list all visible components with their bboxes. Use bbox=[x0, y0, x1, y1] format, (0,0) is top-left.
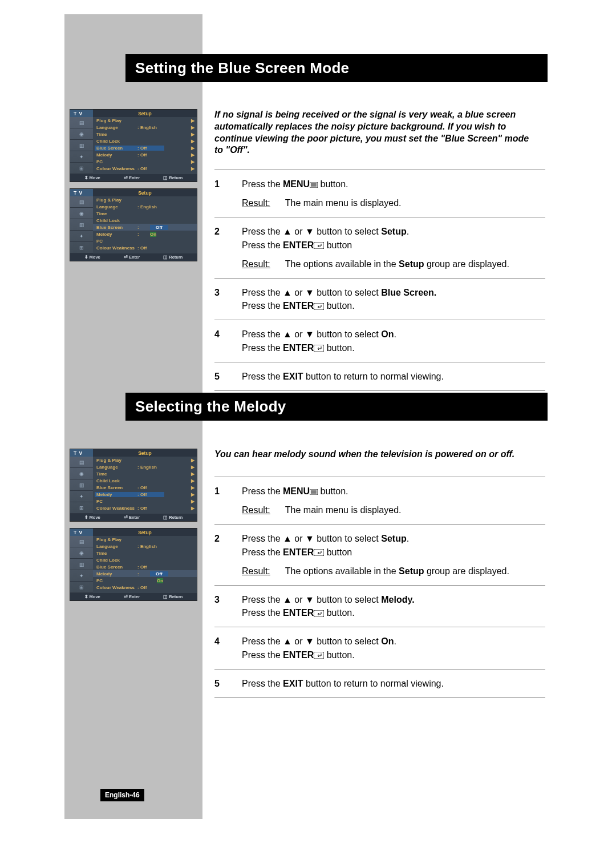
step-row: 2 Press the ▲ or ▼ button to select Setu… bbox=[214, 223, 545, 273]
updown-icon: ⬍ bbox=[84, 515, 88, 520]
divider bbox=[214, 170, 545, 170]
input-icon: ⊞ bbox=[70, 502, 93, 514]
input-icon: ⊞ bbox=[70, 242, 93, 253]
divider bbox=[214, 669, 545, 670]
osd-tv-label: T V bbox=[70, 449, 93, 457]
picture-icon: ▤ bbox=[70, 117, 93, 128]
step-row: 3 Press the ▲ or ▼ button to select Blue… bbox=[214, 284, 545, 314]
enter-icon: ⏎ bbox=[124, 594, 128, 599]
channel-icon: ▥ bbox=[70, 219, 93, 231]
step-row: 4 Press the ▲ or ▼ button to select On. … bbox=[214, 632, 545, 663]
osd-bluescreen-2: T VSetup ▤ ◉ ▥ ✦ ⊞ Plug & Play Language:… bbox=[70, 188, 197, 261]
divider bbox=[214, 362, 545, 362]
step-row: 5 Press the EXIT button to return to nor… bbox=[214, 675, 545, 692]
step-row: 2 Press the ▲ or ▼ button to select Setu… bbox=[214, 530, 545, 580]
divider bbox=[214, 627, 545, 627]
setup-icon: ✦ bbox=[70, 151, 93, 163]
section2-intro: You can hear melody sound when the telev… bbox=[214, 449, 540, 461]
input-icon: ⊞ bbox=[70, 163, 93, 174]
page-number: English-46 bbox=[100, 789, 144, 801]
return-icon: ◫ bbox=[163, 515, 168, 520]
step-number: 2 bbox=[214, 225, 242, 271]
step-row: 5 Press the EXIT button to return to nor… bbox=[214, 368, 545, 385]
svg-rect-4 bbox=[314, 242, 324, 249]
divider bbox=[214, 697, 545, 698]
section1-title: Setting the Blue Screen Mode bbox=[135, 59, 538, 77]
enter-icon: ⏎ bbox=[124, 255, 128, 260]
section2-steps: 1 Press the MENU button. ResultThe main … bbox=[214, 471, 545, 703]
divider bbox=[214, 390, 545, 391]
step-number: 2 bbox=[214, 532, 242, 578]
step-number: 1 bbox=[214, 178, 242, 209]
updown-icon: ⬍ bbox=[84, 175, 88, 180]
svg-rect-11 bbox=[314, 549, 324, 556]
channel-icon: ▥ bbox=[70, 479, 93, 491]
return-icon: ◫ bbox=[163, 175, 168, 180]
setup-icon: ✦ bbox=[70, 491, 93, 502]
divider bbox=[214, 278, 545, 279]
result-label: Result bbox=[242, 196, 275, 209]
enter-icon bbox=[314, 606, 324, 613]
step-row: 1 Press the MENU button. ResultThe main … bbox=[214, 482, 545, 519]
svg-rect-5 bbox=[314, 303, 324, 310]
updown-icon: ⬍ bbox=[84, 594, 88, 599]
enter-icon bbox=[314, 239, 324, 245]
osd-tv-label: T V bbox=[70, 110, 93, 117]
menu-icon bbox=[310, 178, 318, 183]
step-number: 3 bbox=[214, 286, 242, 312]
sound-icon: ◉ bbox=[70, 208, 93, 219]
result-label: Result bbox=[242, 564, 275, 578]
osd-bluescreen-1: T VSetup ▤ ◉ ▥ ✦ ⊞ Plug & Play▶ Language… bbox=[70, 109, 197, 182]
step-row: 3 Press the ▲ or ▼ button to select Melo… bbox=[214, 591, 545, 622]
divider bbox=[214, 217, 545, 217]
osd-setup-label: Setup bbox=[93, 530, 197, 535]
osd-setup-label: Setup bbox=[93, 190, 197, 196]
return-icon: ◫ bbox=[163, 255, 168, 260]
picture-icon: ▤ bbox=[70, 536, 93, 547]
divider bbox=[214, 524, 545, 525]
step-number: 5 bbox=[214, 677, 242, 690]
section2-title: Selecting the Melody bbox=[135, 398, 538, 416]
input-icon: ⊞ bbox=[70, 582, 93, 593]
osd-setup-label: Setup bbox=[93, 450, 197, 456]
divider bbox=[214, 585, 545, 586]
step-row: 4 Press the ▲ or ▼ button to select On. … bbox=[214, 325, 545, 356]
section2-underline bbox=[125, 416, 548, 420]
menu-icon bbox=[310, 485, 318, 490]
return-icon: ◫ bbox=[163, 594, 168, 599]
step-number: 4 bbox=[214, 635, 242, 661]
svg-rect-13 bbox=[314, 652, 324, 659]
osd-melody-1: T VSetup ▤ ◉ ▥ ✦ ⊞ Plug & Play▶ Language… bbox=[70, 449, 197, 522]
step-number: 3 bbox=[214, 593, 242, 619]
section1-steps: 1 Press the MENU button. ResultThe main … bbox=[214, 164, 545, 396]
updown-icon: ⬍ bbox=[84, 255, 88, 260]
setup-icon: ✦ bbox=[70, 570, 93, 582]
step-number: 5 bbox=[214, 370, 242, 383]
sound-icon: ◉ bbox=[70, 547, 93, 559]
osd-setup-label: Setup bbox=[93, 111, 197, 116]
section1-underline bbox=[125, 77, 548, 82]
sound-icon: ◉ bbox=[70, 468, 93, 479]
enter-icon: ⏎ bbox=[124, 175, 128, 180]
svg-rect-12 bbox=[314, 610, 324, 617]
enter-icon: ⏎ bbox=[124, 515, 128, 520]
osd-melody-2: T VSetup ▤ ◉ ▥ ✦ ⊞ Plug & Play Language:… bbox=[70, 528, 197, 601]
enter-icon bbox=[314, 648, 324, 655]
picture-icon: ▤ bbox=[70, 457, 93, 468]
svg-rect-6 bbox=[314, 345, 324, 352]
osd-tv-label: T V bbox=[70, 529, 93, 536]
channel-icon: ▥ bbox=[70, 559, 93, 570]
divider bbox=[214, 320, 545, 320]
step-number: 1 bbox=[214, 485, 242, 517]
osd-tv-label: T V bbox=[70, 189, 93, 196]
result-label: Result bbox=[242, 503, 275, 517]
sound-icon: ◉ bbox=[70, 128, 93, 140]
manual-page: Setting the Blue Screen Mode T VSetup ▤ … bbox=[0, 0, 616, 855]
enter-icon bbox=[314, 546, 324, 552]
channel-icon: ▥ bbox=[70, 140, 93, 151]
step-row: 1 Press the MENU button. ResultThe main … bbox=[214, 175, 545, 212]
section1-intro: If no signal is being received or the si… bbox=[214, 109, 540, 156]
picture-icon: ▤ bbox=[70, 196, 93, 208]
step-number: 4 bbox=[214, 328, 242, 354]
setup-icon: ✦ bbox=[70, 231, 93, 242]
